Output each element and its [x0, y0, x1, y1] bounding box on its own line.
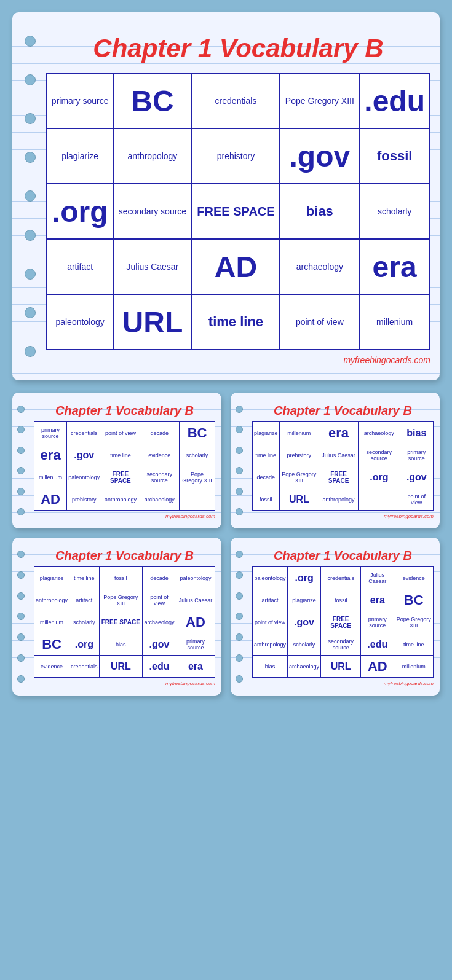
bingo-cell: plagiarize	[34, 567, 69, 589]
bingo-cell: .org	[69, 633, 100, 656]
bingo-cell: secondary source	[321, 633, 361, 656]
table-row: paleontology .org credentials Julius Cae…	[253, 567, 434, 589]
table-row: paleontology URL time line point of view…	[47, 294, 430, 350]
hole-punch	[25, 36, 36, 47]
mini-hole-punch	[236, 654, 243, 662]
mini-hole-punch	[17, 488, 25, 495]
mini-website-label: myfreebingocards.com	[34, 514, 215, 522]
mini-hole-punches	[236, 538, 243, 696]
bingo-cell: artifact	[47, 239, 113, 294]
hole-punch	[25, 152, 36, 163]
bingo-cell: decade	[140, 422, 180, 444]
bingo-cell: primary source	[47, 73, 113, 128]
mini-website-label: myfreebingocards.com	[252, 681, 434, 689]
table-row: primary source BC credentials Pope Grego…	[47, 73, 430, 128]
bingo-cell: scholarly	[69, 611, 100, 633]
mini-bingo-grid: primary source credentials point of view…	[34, 421, 215, 511]
bingo-cell: credentials	[321, 567, 361, 589]
bingo-cell: plagiarize	[47, 128, 113, 184]
bingo-cell: paleontology	[67, 466, 101, 488]
mini-bingo-card-1: Chapter 1 Vocabulary B primary source cr…	[12, 393, 221, 528]
bingo-cell: .gov	[143, 633, 176, 656]
bingo-cell: Pope Gregory XIII	[279, 466, 319, 488]
mini-hole-punch	[17, 426, 25, 433]
bingo-cell: Pope Gregory XIII	[280, 73, 359, 128]
table-row: millenium paleontology FREE SPACE second…	[34, 466, 215, 488]
bingo-cell: anthropology	[319, 488, 359, 511]
bingo-cell: .org	[288, 567, 321, 589]
bingo-cell: scholarly	[359, 184, 430, 239]
bingo-cell: primary source	[176, 633, 215, 656]
table-row: BC .org bias .gov primary source	[34, 633, 215, 656]
bingo-cell: millenium	[359, 294, 430, 350]
bingo-cell: plagiarize	[288, 589, 321, 611]
bingo-cell	[180, 488, 215, 511]
bingo-cell: .org	[47, 184, 113, 239]
bingo-cell: Julius Caesar	[176, 589, 215, 611]
bingo-cell: bias	[400, 422, 433, 444]
bingo-cell: BC	[394, 589, 434, 611]
bingo-cell: Pope Gregory XIII	[394, 611, 434, 633]
mini-hole-punch	[17, 654, 25, 662]
bingo-cell: BC	[180, 422, 215, 444]
mini-bingo-card-3: Chapter 1 Vocabulary B plagiarize time l…	[12, 538, 221, 696]
table-row: AD prehistory anthropology archaeology	[34, 488, 215, 511]
mini-hole-punches	[236, 393, 243, 528]
table-row: .org secondary source FREE SPACE bias sc…	[47, 184, 430, 239]
bingo-cell: paleontology	[47, 294, 113, 350]
mini-hole-punch	[17, 613, 25, 620]
hole-punch	[25, 190, 36, 202]
mini-hole-punch	[236, 551, 243, 558]
hole-punch	[25, 307, 36, 318]
mini-hole-punch	[236, 571, 243, 579]
bingo-cell: millenium	[34, 466, 67, 488]
bingo-cell: archaeology	[280, 239, 359, 294]
bingo-cell: point of view	[143, 589, 176, 611]
bingo-cell: BC	[34, 633, 69, 656]
bingo-cell: .gov	[288, 611, 321, 633]
mini-hole-punch	[17, 633, 25, 641]
bingo-cell: fossil	[359, 128, 430, 184]
bingo-cell: anthropology	[34, 589, 69, 611]
bingo-cell: scholarly	[180, 444, 215, 466]
hole-punches	[25, 12, 36, 380]
bingo-cell: .edu	[359, 73, 430, 128]
table-row: plagiarize millenium era archaeology bia…	[253, 422, 434, 444]
mini-hole-punches	[17, 538, 25, 696]
bingo-cell: evidence	[140, 444, 180, 466]
table-row: point of view .gov FREE SPACE primary so…	[253, 611, 434, 633]
bingo-cell: Pope Gregory XIII	[99, 589, 142, 611]
bingo-cell: prehistory	[279, 444, 319, 466]
bingo-cell: primary source	[400, 444, 433, 466]
bingo-cell: millenium	[279, 422, 319, 444]
bingo-cell: URL	[321, 656, 361, 678]
bingo-cell: Pope Gregory XIII	[180, 466, 215, 488]
mini-bingo-grid: plagiarize millenium era archaeology bia…	[252, 421, 434, 511]
table-row: plagiarize anthropology prehistory .gov …	[47, 128, 430, 184]
bingo-cell: era	[176, 656, 215, 678]
bingo-cell: AD	[192, 239, 280, 294]
bingo-cell: bias	[253, 656, 288, 678]
bingo-cell: AD	[176, 611, 215, 633]
bingo-cell: era	[34, 444, 67, 466]
bingo-cell: AD	[361, 656, 394, 678]
mini-hole-punch	[236, 508, 243, 515]
bingo-cell: Julius Caesar	[361, 567, 394, 589]
mini-bingo-grid: paleontology .org credentials Julius Cae…	[252, 566, 434, 678]
bingo-cell: point of view	[101, 422, 140, 444]
bingo-cell: era	[359, 239, 430, 294]
mini-card-title: Chapter 1 Vocabulary B	[252, 399, 434, 421]
bingo-cell: evidence	[34, 656, 69, 678]
bingo-cell: credentials	[67, 422, 101, 444]
table-row: bias archaeology URL AD millenium	[253, 656, 434, 678]
bingo-cell: prehistory	[192, 128, 280, 184]
bingo-cell: secondary source	[140, 466, 180, 488]
hole-punch	[25, 346, 36, 357]
mini-hole-punch	[236, 426, 243, 433]
bingo-cell: evidence	[394, 567, 434, 589]
bingo-cell: bias	[280, 184, 359, 239]
mini-card-title: Chapter 1 Vocabulary B	[252, 544, 434, 566]
mini-hole-punch	[17, 592, 25, 600]
bingo-cell: paleontology	[253, 567, 288, 589]
bingo-cell: .edu	[361, 633, 394, 656]
